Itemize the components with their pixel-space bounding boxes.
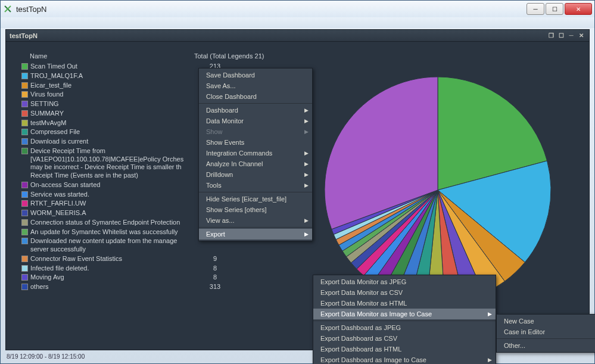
close-button[interactable]: ✕ — [565, 3, 592, 15]
menu-item[interactable]: Hide Series [Eicar_test_file] — [199, 194, 312, 204]
legend-item-value: 313 — [197, 283, 233, 290]
menu-item[interactable]: Export Dashboard as CSV — [313, 333, 496, 344]
menu-separator — [313, 321, 496, 321]
submenu-arrow-icon: ▶ — [304, 161, 309, 167]
window-title: testTopN — [16, 5, 527, 14]
menu-separator — [199, 192, 312, 192]
titlebar-subtext — [1, 17, 594, 28]
submenu-arrow-icon: ▶ — [488, 311, 492, 317]
legend-swatch — [21, 101, 28, 107]
legend-item-name: Moving Avg — [30, 273, 197, 282]
legend-header-total: Total (Total Legends 21) — [194, 52, 264, 60]
legend-swatch — [21, 219, 28, 226]
legend-item-name: Connector Raw Event Statistics — [30, 255, 197, 263]
menu-item[interactable]: Integration Commands▶ — [199, 148, 312, 158]
context-menu-main[interactable]: Save DashboardSave As...Close DashboardD… — [198, 68, 313, 241]
menu-item-label: New Case — [504, 318, 534, 325]
menu-item[interactable]: Export Data Monitor as JPEG — [313, 276, 496, 287]
legend-header-name: Name — [21, 52, 194, 60]
menu-item[interactable]: Drilldown▶ — [199, 169, 312, 180]
legend-row[interactable]: Infected file deleted.8 — [21, 264, 282, 273]
app-icon — [3, 4, 13, 14]
legend-item-name: testMvAvgM — [30, 119, 197, 127]
legend-item-name: Service was started. — [30, 191, 197, 199]
menu-item-label: Export Dashboard as JPEG — [320, 324, 401, 331]
legend-row[interactable]: Moving Avg8 — [21, 273, 282, 282]
legend-swatch — [21, 73, 28, 79]
menu-item-label: Export Data Monitor as CSV — [320, 289, 403, 296]
maximize-button[interactable]: ☐ — [546, 3, 563, 15]
menu-item[interactable]: Close Dashboard — [199, 91, 312, 102]
minimize-button[interactable]: ─ — [527, 3, 544, 15]
menu-separator — [199, 103, 312, 104]
submenu-arrow-icon: ▶ — [304, 129, 309, 135]
panel-title: testTopN — [10, 32, 38, 39]
legend-swatch — [21, 200, 28, 207]
menu-item[interactable]: Save As... — [199, 80, 312, 91]
application-window: testTopN ─ ☐ ✕ testTopN ❐ ☐ ─ ✕ Name Tot… — [0, 0, 595, 364]
legend-item-name: On-access Scan started — [30, 181, 197, 189]
menu-item[interactable]: Save Dashboard — [199, 70, 312, 80]
menu-item[interactable]: Export Data Monitor as Image to Case▶ — [313, 309, 496, 319]
legend-item-name: RTKT_FARFLI.UW — [30, 200, 197, 208]
menu-item-label: Case in Editor — [504, 328, 545, 335]
menu-item-label: Analyze In Channel — [206, 160, 263, 167]
legend-item-name: Download is current — [30, 138, 197, 146]
legend-swatch — [21, 91, 28, 98]
menu-item[interactable]: Case in Editor — [497, 326, 595, 337]
legend-item-name: Scan Timed Out — [30, 63, 197, 71]
menu-item[interactable]: Export Dashboard as HTML — [313, 344, 496, 354]
panel-minimize-icon[interactable]: ─ — [567, 32, 575, 39]
menu-item[interactable]: New Case — [497, 316, 595, 326]
menu-item-label: View as... — [206, 217, 235, 224]
menu-item[interactable]: Show Series [others] — [199, 204, 312, 215]
context-menu-export[interactable]: Export Data Monitor as JPEGExport Data M… — [313, 275, 496, 364]
menu-item[interactable]: Data Monitor▶ — [199, 116, 312, 126]
menu-item[interactable]: Show Events — [199, 137, 312, 148]
menu-item[interactable]: Other... — [497, 340, 595, 351]
window-titlebar[interactable]: testTopN ─ ☐ ✕ — [1, 1, 594, 17]
menu-item[interactable]: Tools▶ — [199, 180, 312, 191]
panel-restore-icon[interactable]: ❐ — [547, 32, 555, 39]
legend-swatch — [21, 120, 28, 126]
status-time-range: 8/19 12:09:00 - 8/19 12:15:00 — [7, 353, 85, 360]
panel-close-icon[interactable]: ✕ — [577, 32, 585, 39]
menu-item[interactable]: Export Data Monitor as HTML — [313, 298, 496, 309]
legend-swatch — [21, 284, 28, 290]
legend-swatch — [21, 148, 28, 154]
menu-item[interactable]: Export Data Monitor as CSV — [313, 287, 496, 298]
menu-item[interactable]: View as...▶ — [199, 215, 312, 226]
legend-row[interactable]: Connector Raw Event Statistics9 — [21, 254, 282, 264]
menu-item-label: Save Dashboard — [206, 71, 255, 79]
menu-item[interactable]: Analyze In Channel▶ — [199, 158, 312, 169]
legend-row[interactable]: others313 — [21, 282, 282, 292]
menu-item-label: Export Data Monitor as HTML — [320, 300, 407, 307]
legend-item-name: others — [30, 283, 197, 291]
menu-item-label: Export Data Monitor as JPEG — [320, 278, 406, 285]
legend-item-name: WORM_NEERIS.A — [30, 209, 197, 217]
menu-item-label: Export — [206, 231, 225, 238]
menu-item-label: Drilldown — [206, 171, 233, 178]
menu-item[interactable]: Export▶ — [199, 229, 312, 239]
submenu-arrow-icon: ▶ — [304, 107, 309, 113]
submenu-arrow-icon: ▶ — [304, 150, 309, 156]
legend-item-name: Virus found — [30, 91, 197, 99]
menu-item-label: Show Events — [206, 139, 244, 146]
submenu-arrow-icon: ▶ — [488, 357, 492, 363]
legend-item-name: TROJ_MALQ1F.A — [30, 72, 197, 80]
menu-item: Show▶ — [199, 126, 312, 137]
legend-item-name: Downloaded new content update from the m… — [30, 237, 197, 254]
menu-item-label: Export Dashboard as CSV — [320, 335, 397, 342]
panel-maximize-icon[interactable]: ☐ — [557, 32, 565, 39]
legend-swatch — [21, 274, 28, 281]
context-menu-case[interactable]: New CaseCase in EditorOther... — [496, 314, 595, 353]
legend-item-name: Device Receipt Time from [VA1EPO01|10.10… — [30, 147, 197, 180]
menu-item[interactable]: Dashboard▶ — [199, 105, 312, 116]
menu-item[interactable]: Export Dashboard as Image to Case▶ — [313, 354, 496, 364]
legend-swatch — [21, 129, 28, 135]
legend-item-value: 8 — [197, 273, 233, 281]
menu-item[interactable]: Export Dashboard as JPEG — [313, 322, 496, 333]
legend-swatch — [21, 82, 28, 89]
legend-swatch — [21, 265, 28, 272]
pie-chart[interactable] — [319, 71, 557, 309]
